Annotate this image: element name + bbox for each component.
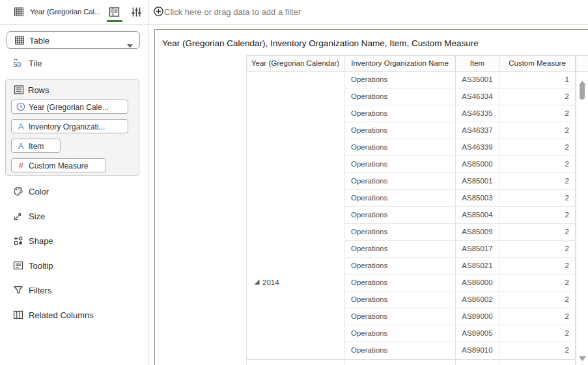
table-row[interactable]: OperationsAS850032 (344, 190, 576, 207)
measure-cell[interactable]: 2 (499, 308, 576, 325)
column-header[interactable]: Item (455, 56, 499, 72)
sidebar-item-label: Tooltip (29, 261, 53, 271)
measure-cell[interactable]: 1 (499, 72, 576, 88)
column-header[interactable]: Custom Measure (499, 56, 576, 72)
scrollbar-thumb[interactable] (580, 85, 585, 100)
table-row[interactable]: OperationsAS850092 (344, 224, 576, 241)
measure-cell[interactable]: 2 (499, 173, 576, 190)
measure-cell[interactable]: 2 (499, 139, 576, 156)
measure-cell[interactable]: 2 (499, 207, 576, 224)
measure-cell[interactable]: 2 (499, 122, 576, 139)
table-row[interactable]: OperationsAS463392 (344, 139, 576, 156)
measure-cell[interactable]: 2 (499, 224, 576, 241)
table-row[interactable]: OperationsAS850012 (344, 173, 576, 190)
table-row[interactable]: OperationsAS890102 (344, 342, 576, 359)
org-cell[interactable]: Operations (344, 241, 455, 258)
org-cell[interactable]: Operations (344, 122, 455, 139)
table-row[interactable]: OperationsAS350011 (344, 72, 576, 88)
item-cell[interactable]: AS46334 (455, 88, 499, 105)
viz-type-select[interactable]: Table (7, 31, 140, 49)
item-cell[interactable]: AS85001 (455, 173, 499, 190)
sidebar-item-filters[interactable]: Filters (0, 282, 148, 298)
org-cell[interactable]: Operations (344, 342, 455, 359)
org-cell[interactable]: Operations (344, 139, 455, 156)
org-cell[interactable]: Operations (344, 258, 455, 275)
table-row[interactable]: OperationsAS860022 (344, 291, 576, 308)
year-group-toggle[interactable]: 2014 (254, 278, 279, 286)
item-cell[interactable]: AS86002 (455, 291, 499, 308)
grammar-panel-button[interactable] (109, 7, 120, 18)
sidebar-item-tooltip[interactable]: Tooltip (0, 258, 148, 273)
column-header[interactable]: Year (Gregorian Calendar) (246, 56, 344, 72)
item-cell[interactable]: AS89005 (455, 325, 499, 342)
measure-cell[interactable]: 2 (499, 342, 576, 359)
active-tab-underline (107, 20, 122, 22)
item-cell[interactable]: AS85004 (455, 207, 499, 224)
org-cell[interactable]: Operations (344, 207, 455, 224)
rows-pill[interactable]: AInventory Organizati... (11, 119, 128, 133)
item-cell[interactable]: AS46339 (455, 139, 499, 156)
sidebar-item-shape[interactable]: Shape (0, 233, 148, 249)
item-cell[interactable]: AS85021 (455, 258, 499, 275)
org-cell[interactable]: Operations (344, 72, 455, 88)
sidebar-item-color[interactable]: Color (0, 183, 148, 199)
table-row[interactable]: OperationsAS850172 (344, 241, 576, 258)
scroll-down-arrow[interactable] (579, 352, 586, 364)
table-row[interactable]: OperationsAS850002 (344, 156, 576, 173)
measure-cell[interactable]: 2 (499, 88, 576, 105)
org-cell[interactable]: Operations (344, 325, 455, 342)
org-cell[interactable]: Operations (344, 291, 455, 308)
item-cell[interactable]: AS86000 (455, 275, 499, 291)
item-cell[interactable]: AS89010 (455, 342, 499, 359)
rows-pill[interactable]: Year (Gregorian Cale... (11, 100, 128, 114)
rows-pill[interactable]: #Custom Measure (11, 158, 106, 172)
measure-cell[interactable]: 2 (499, 105, 576, 122)
column-header[interactable]: Inventory Organization Name (344, 56, 455, 72)
org-cell[interactable]: Operations (344, 173, 455, 190)
sidebar-item-size[interactable]: Size (0, 208, 148, 224)
item-cell[interactable]: AS85003 (455, 190, 499, 207)
tile-drop-target[interactable]: 50 Tile (0, 56, 148, 72)
filter-bar[interactable]: Click here or drag data to add a filter (150, 0, 588, 25)
measure-cell[interactable]: 2 (499, 190, 576, 207)
sidebar-item-label: Size (29, 211, 45, 221)
table-row[interactable]: OperationsAS850212 (344, 258, 576, 275)
table-viz-icon (14, 7, 24, 17)
measure-cell[interactable]: 2 (499, 275, 576, 291)
filter-bar-prompt: Click here or drag data to add a filter (164, 7, 301, 17)
table-row[interactable]: OperationsAS463372 (344, 122, 576, 139)
table-row[interactable]: OperationsAS860002 (344, 275, 576, 291)
measure-cell[interactable]: 2 (499, 325, 576, 342)
org-cell[interactable]: Operations (344, 105, 455, 122)
org-cell[interactable]: Operations (344, 88, 455, 105)
item-cell[interactable]: AS35001 (455, 72, 499, 88)
org-cell[interactable]: Operations (344, 224, 455, 241)
table-row[interactable]: OperationsAS850042 (344, 207, 576, 224)
measure-cell[interactable]: 2 (499, 258, 576, 275)
table-row[interactable]: OperationsAS463342 (344, 88, 576, 105)
rows-section-label: Rows (28, 85, 49, 95)
settings-sliders-button[interactable] (131, 7, 143, 18)
item-cell[interactable]: AS46337 (455, 122, 499, 139)
item-cell[interactable]: AS85009 (455, 224, 499, 241)
item-cell[interactable]: AS46335 (455, 105, 499, 122)
measure-cell[interactable]: 2 (499, 241, 576, 258)
rows-pill[interactable]: AItem (11, 139, 61, 153)
measure-cell[interactable]: 2 (499, 156, 576, 173)
org-cell[interactable]: Operations (344, 156, 455, 173)
viz-title: Year (Gregorian Calendar), Inventory Org… (162, 38, 479, 48)
add-filter-plus-icon (154, 7, 163, 19)
item-cell[interactable]: AS85000 (455, 156, 499, 173)
table-row[interactable]: OperationsAS463352 (344, 105, 576, 122)
measure-cell[interactable]: 2 (499, 291, 576, 308)
org-cell[interactable]: Operations (344, 190, 455, 207)
table-row[interactable]: OperationsAS890002 (344, 308, 576, 325)
scrollbar-header-cell (576, 55, 588, 72)
org-cell[interactable]: Operations (344, 308, 455, 325)
item-cell[interactable]: AS89000 (455, 308, 499, 325)
table-row[interactable]: OperationsAS890052 (344, 325, 576, 342)
sidebar-item-related-columns[interactable]: Related Columns (0, 307, 148, 323)
org-cell[interactable]: Operations (344, 275, 455, 291)
data-table: Year (Gregorian Calendar)Inventory Organ… (246, 55, 576, 365)
item-cell[interactable]: AS85017 (455, 241, 499, 258)
